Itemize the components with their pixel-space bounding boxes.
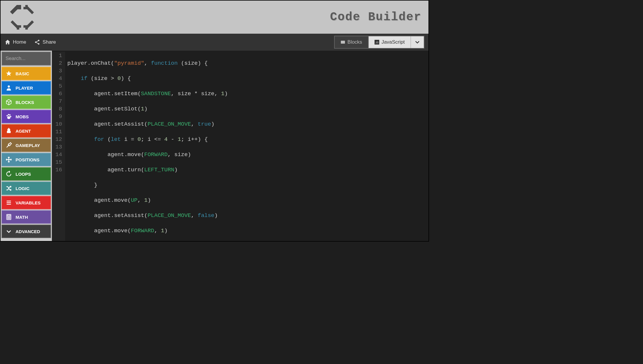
svg-rect-11 <box>341 41 345 44</box>
share-label: Share <box>42 39 56 45</box>
svg-point-17 <box>8 114 9 115</box>
main-area: BASIC PLAYER BLOCKS MOBS AGENT GAMEPLAY … <box>1 51 428 241</box>
language-dropdown[interactable] <box>411 36 424 48</box>
category-label: PLAYER <box>16 86 33 90</box>
svg-point-26 <box>7 217 8 218</box>
home-icon <box>5 39 11 45</box>
category-basic[interactable]: BASIC <box>1 67 51 80</box>
svg-point-28 <box>10 217 10 218</box>
svg-point-20 <box>7 116 11 119</box>
svg-point-16 <box>6 115 8 117</box>
category-label: GAMEPLAY <box>16 143 40 148</box>
toolbar: Home Share Blocks JS JavaScript <box>1 34 428 51</box>
code-content[interactable]: player.onChat("pyramid", function (size)… <box>65 52 248 241</box>
svg-point-27 <box>8 217 9 218</box>
category-gameplay[interactable]: GAMEPLAY <box>1 139 51 152</box>
category-math[interactable]: MATH <box>1 210 51 224</box>
home-label: Home <box>13 39 26 45</box>
person-icon <box>6 85 12 91</box>
app-title: Code Builder <box>330 11 424 24</box>
share-icon <box>34 39 40 45</box>
svg-point-9 <box>35 42 37 43</box>
code-editor[interactable]: 12345678910111213141516 player.onChat("p… <box>52 51 428 241</box>
home-button[interactable]: Home <box>5 39 26 45</box>
category-player[interactable]: PLAYER <box>1 81 51 95</box>
cube-icon <box>6 99 12 105</box>
svg-marker-7 <box>25 20 34 29</box>
svg-point-8 <box>38 40 40 41</box>
svg-rect-25 <box>7 215 10 216</box>
list-icon <box>6 199 12 206</box>
category-label: LOOPS <box>16 172 31 177</box>
svg-point-29 <box>7 218 8 219</box>
chevron-down-icon <box>6 228 12 235</box>
shuffle-icon <box>6 185 12 192</box>
category-sidebar: BASIC PLAYER BLOCKS MOBS AGENT GAMEPLAY … <box>1 51 52 241</box>
svg-point-30 <box>8 218 9 219</box>
svg-rect-21 <box>7 129 10 131</box>
move-icon <box>6 156 12 163</box>
svg-point-15 <box>8 86 10 88</box>
paw-icon <box>6 113 12 120</box>
wrench-icon <box>6 142 12 148</box>
category-blocks[interactable]: BLOCKS <box>1 95 51 109</box>
share-button[interactable]: Share <box>34 39 56 45</box>
category-logic[interactable]: LOGIC <box>1 182 51 195</box>
svg-marker-5 <box>11 20 19 29</box>
category-positions[interactable]: POSITIONS <box>1 153 51 166</box>
category-label: ADVANCED <box>16 229 40 234</box>
category-label: LOGIC <box>16 186 30 191</box>
category-variables[interactable]: VARIABLES <box>1 196 51 209</box>
category-agent[interactable]: AGENT <box>1 124 51 138</box>
category-label: VARIABLES <box>16 200 41 205</box>
svg-rect-23 <box>8 128 9 129</box>
calculator-icon <box>6 214 12 220</box>
editor-mode-toggle: Blocks JS JavaScript <box>334 36 424 49</box>
category-mobs[interactable]: MOBS <box>1 110 51 123</box>
refresh-icon <box>6 171 12 177</box>
line-gutter: 12345678910111213141516 <box>52 52 65 241</box>
blocks-icon <box>341 40 345 45</box>
search-input[interactable] <box>6 56 52 61</box>
blocks-tab[interactable]: Blocks <box>335 36 369 48</box>
svg-point-18 <box>9 114 11 116</box>
category-label: MATH <box>16 215 28 220</box>
category-label: MOBS <box>16 114 29 119</box>
search-box[interactable] <box>1 52 51 66</box>
blocks-label: Blocks <box>348 39 362 45</box>
fullscreen-exit-icon[interactable] <box>8 4 37 30</box>
category-label: BLOCKS <box>16 100 34 105</box>
robot-icon <box>6 128 12 134</box>
svg-rect-22 <box>7 131 11 133</box>
app-header: Code Builder <box>1 1 428 34</box>
svg-text:JS: JS <box>375 41 379 44</box>
category-loops[interactable]: LOOPS <box>1 167 51 181</box>
category-label: BASIC <box>16 71 29 76</box>
chevron-down-icon <box>415 41 420 44</box>
js-icon: JS <box>375 40 379 45</box>
javascript-tab[interactable]: JS JavaScript <box>369 36 411 48</box>
category-label: POSITIONS <box>16 157 40 162</box>
svg-point-10 <box>38 43 40 45</box>
category-advanced[interactable]: ADVANCED <box>1 225 51 238</box>
star-icon <box>6 70 12 77</box>
javascript-label: JavaScript <box>382 39 405 45</box>
svg-point-31 <box>10 218 10 219</box>
svg-marker-3 <box>25 6 34 14</box>
category-label: AGENT <box>16 129 31 134</box>
